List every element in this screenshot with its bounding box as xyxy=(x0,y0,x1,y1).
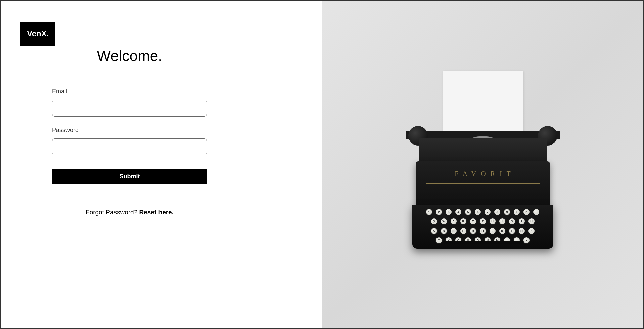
typewriter-key-icon: 0 xyxy=(513,208,520,216)
email-field[interactable] xyxy=(52,100,207,117)
typewriter-keyboard-icon: 1234567890ß´QWERTZUIOPÜASDFGHJKLÖÄYXCVBN… xyxy=(412,205,553,249)
typewriter-key-icon: 2 xyxy=(435,208,443,216)
typewriter-key-icon: 3 xyxy=(445,208,452,216)
password-label: Password xyxy=(52,127,207,134)
typewriter-key-icon: W xyxy=(440,218,448,225)
page-title: Welcome. xyxy=(52,48,207,65)
typewriter-key-icon: ß xyxy=(523,208,530,216)
typewriter-key-icon: J xyxy=(489,227,496,235)
login-form: Welcome. Email Password Submit Forgot Pa… xyxy=(52,48,207,216)
typewriter-key-icon: F xyxy=(460,227,467,235)
typewriter-key-icon: Ä xyxy=(528,227,535,235)
typewriter-key-icon: T xyxy=(469,218,477,225)
typewriter-key-icon: 7 xyxy=(484,208,491,216)
typewriter-key-icon: G xyxy=(469,227,477,235)
wing-line-icon xyxy=(426,183,540,184)
forgot-password-text: Forgot Password? Reset here. xyxy=(52,209,207,216)
typewriter-key-icon: O xyxy=(508,218,516,225)
login-panel: VenX. Welcome. Email Password Submit For… xyxy=(1,1,322,328)
paper-icon xyxy=(443,71,523,134)
typewriter-key-icon: 5 xyxy=(464,208,472,216)
key-row: 1234567890ß´ xyxy=(418,208,548,216)
key-row: QWERTZUIOPÜ xyxy=(418,218,548,225)
typewriter-key-icon: 6 xyxy=(474,208,481,216)
illustration-panel: FAVORIT 1234567890ß´QWERTZUIOPÜASDFGHJKL… xyxy=(322,1,643,328)
typewriter-body-icon xyxy=(416,161,550,208)
email-group: Email xyxy=(52,88,207,117)
email-label: Email xyxy=(52,88,207,95)
password-field[interactable] xyxy=(52,138,207,155)
typewriter-key-icon: Ü xyxy=(528,218,535,225)
submit-button[interactable]: Submit xyxy=(52,169,207,184)
spacebar-icon xyxy=(443,241,523,244)
typewriter-key-icon: S xyxy=(440,227,448,235)
typewriter-key-icon: - xyxy=(523,237,530,244)
typewriter-icon: FAVORIT 1234567890ß´QWERTZUIOPÜASDFGHJKL… xyxy=(416,71,550,259)
typewriter-key-icon: ´ xyxy=(533,208,540,216)
key-row: ASDFGHJKLÖÄ xyxy=(418,227,548,235)
typewriter-key-icon: Ö xyxy=(518,227,525,235)
typewriter-key-icon: I xyxy=(499,218,506,225)
typewriter-key-icon: Y xyxy=(435,237,443,244)
brand-logo-text: VenX. xyxy=(27,29,49,38)
typewriter-key-icon: 4 xyxy=(455,208,462,216)
typewriter-key-icon: E xyxy=(450,218,457,225)
reset-password-link[interactable]: Reset here. xyxy=(139,209,174,216)
typewriter-key-icon: H xyxy=(479,227,487,235)
typewriter-key-icon: D xyxy=(450,227,457,235)
brand-logo: VenX. xyxy=(20,22,55,46)
typewriter-key-icon: P xyxy=(518,218,525,225)
typewriter-key-icon: Z xyxy=(479,218,487,225)
typewriter-key-icon: 8 xyxy=(494,208,501,216)
password-group: Password xyxy=(52,127,207,155)
typewriter-key-icon: R xyxy=(460,218,467,225)
typewriter-key-icon: K xyxy=(499,227,506,235)
typewriter-key-icon: A xyxy=(430,227,438,235)
typewriter-body-top-icon xyxy=(419,138,547,165)
typewriter-key-icon: 9 xyxy=(503,208,511,216)
typewriter-key-icon: Q xyxy=(430,218,438,225)
typewriter-key-icon: L xyxy=(508,227,516,235)
typewriter-key-icon: U xyxy=(489,218,496,225)
forgot-password-label: Forgot Password? xyxy=(86,209,139,216)
typewriter-key-icon: 1 xyxy=(425,208,433,216)
typewriter-brand-label: FAVORIT xyxy=(416,170,550,178)
